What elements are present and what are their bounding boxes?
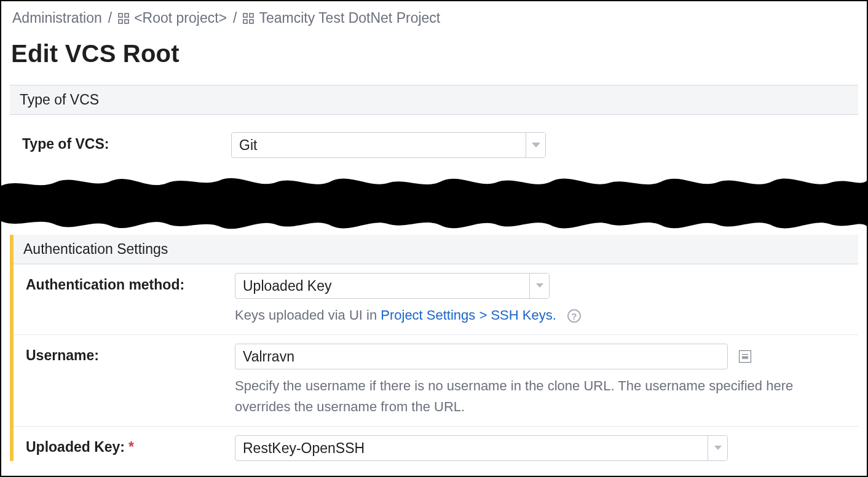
breadcrumb-separator: /	[233, 10, 237, 26]
help-icon[interactable]: ?	[567, 309, 581, 323]
section-header-auth: Authentication Settings	[14, 234, 858, 264]
uploaded-key-value: RestKey-OpenSSH	[235, 436, 708, 460]
breadcrumb-admin-label: Administration	[12, 10, 102, 26]
project-grid-icon	[243, 13, 254, 24]
breadcrumb-root-label: <Root project>	[134, 10, 227, 26]
ssh-keys-link[interactable]: Project Settings > SSH Keys.	[381, 307, 556, 323]
breadcrumb-project-label: Teamcity Test DotNet Project	[259, 10, 440, 26]
label-auth-method: Authentication method:	[14, 273, 235, 293]
username-help: Specify the username if there is no user…	[235, 376, 846, 417]
page-title: Edit VCS Root	[1, 30, 867, 85]
auth-method-help-prefix: Keys uploaded via UI in	[235, 307, 381, 323]
breadcrumb-admin[interactable]: Administration	[12, 10, 102, 26]
auth-method-select[interactable]: Uploaded Key	[235, 273, 550, 299]
label-uploaded-key: Uploaded Key:*	[14, 435, 235, 455]
auth-method-help: Keys uploaded via UI in Project Settings…	[235, 305, 846, 326]
svg-rect-5	[250, 14, 253, 17]
username-input[interactable]	[235, 344, 728, 369]
chevron-down-icon	[708, 436, 727, 460]
project-grid-icon	[118, 13, 129, 24]
svg-rect-1	[125, 14, 128, 17]
type-of-vcs-value: Git	[232, 133, 526, 157]
required-asterisk: *	[128, 439, 134, 455]
list-icon[interactable]	[739, 350, 751, 363]
svg-rect-7	[250, 20, 253, 23]
breadcrumb-root-project[interactable]: <Root project>	[118, 10, 227, 26]
auth-method-value: Uploaded Key	[235, 274, 529, 298]
svg-rect-6	[243, 20, 247, 23]
breadcrumb: Administration / <Root project> / Teamci…	[1, 1, 867, 30]
svg-rect-2	[119, 20, 122, 23]
chevron-down-icon	[526, 133, 545, 157]
section-header-vcs-type: Type of VCS	[10, 85, 858, 115]
uploaded-key-select[interactable]: RestKey-OpenSSH	[235, 435, 728, 461]
breadcrumb-separator: /	[108, 10, 112, 26]
svg-rect-4	[243, 14, 247, 17]
torn-divider	[1, 173, 867, 234]
svg-rect-3	[125, 20, 128, 23]
type-of-vcs-select[interactable]: Git	[231, 132, 546, 158]
label-type-of-vcs: Type of VCS:	[10, 132, 231, 152]
breadcrumb-project[interactable]: Teamcity Test DotNet Project	[243, 10, 440, 26]
chevron-down-icon	[529, 274, 549, 298]
svg-rect-0	[119, 14, 122, 17]
label-uploaded-key-text: Uploaded Key:	[26, 439, 125, 455]
label-username: Username:	[14, 344, 235, 364]
